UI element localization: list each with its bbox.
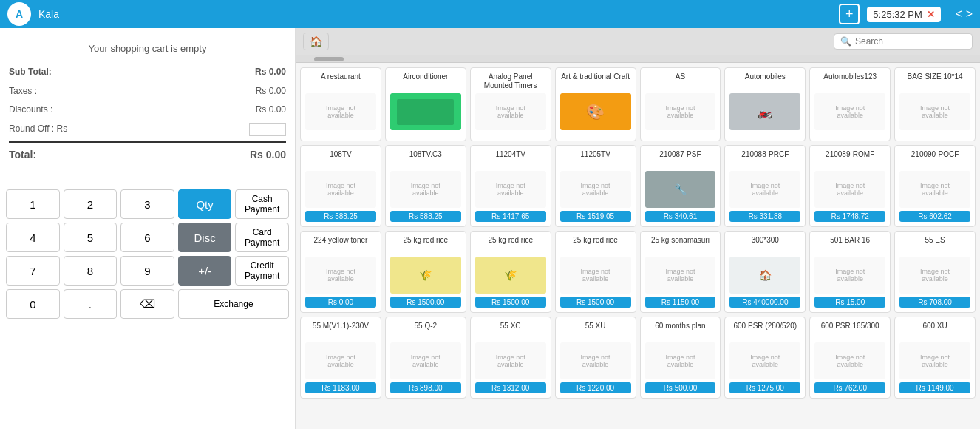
- product-card[interactable]: 600 XU Image not available Rs 1149.00: [894, 317, 976, 399]
- credit-payment-button[interactable]: Credit Payment: [235, 256, 289, 286]
- product-price: Rs 1500.00: [390, 297, 461, 308]
- product-card[interactable]: Automobiles 🏍️: [724, 67, 806, 141]
- product-card[interactable]: 25 kg red rice Image not available Rs 15…: [555, 231, 636, 313]
- product-card[interactable]: 55 M(V1.1)-230V Image not available Rs 1…: [300, 317, 381, 399]
- product-card[interactable]: 210087-PSF 🔧 Rs 340.61: [640, 145, 721, 227]
- user-name: Kala: [38, 8, 59, 20]
- plus-minus-button[interactable]: +/-: [178, 256, 232, 286]
- key-1[interactable]: 1: [6, 189, 60, 219]
- product-card[interactable]: AS Image not available: [640, 67, 721, 141]
- product-card[interactable]: 11204TV Image not available Rs 1417.65: [470, 145, 551, 227]
- left-panel: Your shopping cart is empty Sub Total: R…: [0, 28, 296, 429]
- product-card[interactable]: BAG SIZE 10*14 Image not available: [894, 67, 976, 141]
- product-name: Analog Panel Mounted Timers: [475, 72, 546, 90]
- product-card[interactable]: Art & traditional Craft 🎨: [555, 67, 636, 141]
- product-card[interactable]: 224 yellow toner Image not available Rs …: [300, 231, 381, 313]
- key-7[interactable]: 7: [6, 256, 60, 286]
- product-card[interactable]: 55 Q-2 Image not available Rs 898.00: [385, 317, 466, 399]
- product-name: 55 XU: [585, 322, 606, 340]
- product-card[interactable]: 11205TV Image not available Rs 1519.05: [555, 145, 636, 227]
- product-name: 25 kg red rice: [573, 236, 618, 254]
- horizontal-scrollbar[interactable]: [296, 55, 980, 63]
- cash-payment-button[interactable]: Cash Payment: [235, 189, 289, 219]
- product-price: Rs 500.00: [645, 382, 716, 393]
- product-card[interactable]: 501 BAR 16 Image not available Rs 15.00: [809, 231, 891, 313]
- product-price: Rs 1275.00: [729, 382, 800, 393]
- home-button[interactable]: 🏠: [303, 33, 329, 50]
- key-9[interactable]: 9: [120, 256, 174, 286]
- main-layout: Your shopping cart is empty Sub Total: R…: [0, 28, 980, 429]
- search-input[interactable]: [855, 36, 966, 47]
- key-3[interactable]: 3: [120, 189, 174, 219]
- card-payment-button[interactable]: Card Payment: [235, 223, 289, 252]
- product-image: Image not available: [645, 257, 716, 294]
- product-card[interactable]: Analog Panel Mounted Timers Image not av…: [470, 67, 551, 141]
- discounts-value: Rs 0.00: [256, 102, 286, 118]
- total-value: Rs 0.00: [250, 146, 286, 164]
- qty-button[interactable]: Qty: [178, 189, 232, 219]
- product-image: Image not available: [305, 342, 376, 379]
- product-price: Rs 602.62: [899, 211, 970, 222]
- product-name: 108TV.C3: [409, 150, 442, 168]
- product-price: Rs 1220.00: [560, 382, 631, 393]
- product-card[interactable]: Airconditioner: [385, 67, 466, 141]
- product-image: Image not available: [645, 93, 716, 136]
- product-card[interactable]: 108TV.C3 Image not available Rs 588.25: [385, 145, 466, 227]
- roundoff-input[interactable]: [249, 123, 286, 136]
- cart-totals: Sub Total: Rs 0.00 Taxes : Rs 0.00 Disco…: [9, 63, 286, 166]
- key-4[interactable]: 4: [6, 223, 60, 252]
- key-2[interactable]: 2: [64, 189, 118, 219]
- product-name: 11205TV: [580, 150, 610, 168]
- key-5[interactable]: 5: [64, 223, 118, 252]
- product-image: 🎨: [560, 93, 631, 136]
- product-card[interactable]: 600 PSR (280/520) Image not available Rs…: [724, 317, 806, 399]
- key-8[interactable]: 8: [64, 256, 118, 286]
- product-card[interactable]: A restaurant Image not available: [300, 67, 381, 141]
- product-grid-row3: 55 M(V1.1)-230V Image not available Rs 1…: [300, 317, 976, 399]
- key-0[interactable]: 0: [6, 289, 60, 319]
- search-icon: 🔍: [840, 36, 851, 47]
- nav-arrows[interactable]: < >: [956, 7, 973, 21]
- disc-button[interactable]: Disc: [178, 223, 232, 252]
- product-card[interactable]: 210090-POCF Image not available Rs 602.6…: [894, 145, 976, 227]
- backspace-button[interactable]: ⌫: [120, 289, 174, 319]
- product-card[interactable]: 25 kg red rice 🌾 Rs 1500.00: [470, 231, 551, 313]
- product-grid-row1: 108TV Image not available Rs 588.25108TV…: [300, 145, 976, 227]
- product-price: Rs 1417.65: [475, 211, 546, 222]
- taxes-label: Taxes :: [9, 84, 37, 100]
- product-name: 25 kg red rice: [488, 236, 533, 254]
- add-tab-button[interactable]: +: [839, 4, 860, 24]
- product-card[interactable]: 300*300 🏠 Rs 440000.00: [724, 231, 806, 313]
- product-image: 🏍️: [729, 93, 800, 136]
- time-display: 5:25:32 PM ✕: [867, 7, 941, 22]
- product-name: Automobiles123: [823, 72, 877, 90]
- product-name: 11204TV: [495, 150, 525, 168]
- product-image: Image not available: [475, 93, 546, 136]
- product-card[interactable]: 25 kg red rice 🌾 Rs 1500.00: [385, 231, 466, 313]
- product-card[interactable]: 108TV Image not available Rs 588.25: [300, 145, 381, 227]
- product-card[interactable]: 55 ES Image not available Rs 708.00: [894, 231, 976, 313]
- close-tab-button[interactable]: ✕: [927, 9, 935, 20]
- product-card[interactable]: 55 XU Image not available Rs 1220.00: [555, 317, 636, 399]
- product-price: Rs 588.25: [390, 211, 461, 222]
- product-card[interactable]: 600 PSR 165/300 Image not available Rs 7…: [809, 317, 891, 399]
- product-price: Rs 1150.00: [645, 297, 716, 308]
- product-price: Rs 331.88: [729, 211, 800, 222]
- product-image: Image not available: [645, 342, 716, 379]
- right-toolbar: 🏠 🔍: [296, 28, 980, 55]
- roundoff-label: Round Off : Rs: [9, 121, 67, 138]
- product-card[interactable]: 210089-ROMF Image not available Rs 1748.…: [809, 145, 891, 227]
- product-name: 55 Q-2: [415, 322, 438, 340]
- exchange-button[interactable]: Exchange: [178, 289, 289, 319]
- product-card[interactable]: Automobiles123 Image not available: [809, 67, 891, 141]
- discounts-label: Discounts :: [9, 102, 52, 118]
- product-name: 210090-POCF: [911, 150, 959, 168]
- key-6[interactable]: 6: [120, 223, 174, 252]
- product-card[interactable]: 55 XC Image not available Rs 1312.00: [470, 317, 551, 399]
- current-time: 5:25:32 PM: [873, 9, 922, 20]
- product-card[interactable]: 25 kg sonamasuri Image not available Rs …: [640, 231, 721, 313]
- numpad-grid: 1 2 3 Qty Cash Payment 4 5 6 Disc Card P…: [6, 189, 289, 319]
- key-dot[interactable]: .: [64, 289, 118, 319]
- product-card[interactable]: 60 months plan Image not available Rs 50…: [640, 317, 721, 399]
- product-card[interactable]: 210088-PRCF Image not available Rs 331.8…: [724, 145, 806, 227]
